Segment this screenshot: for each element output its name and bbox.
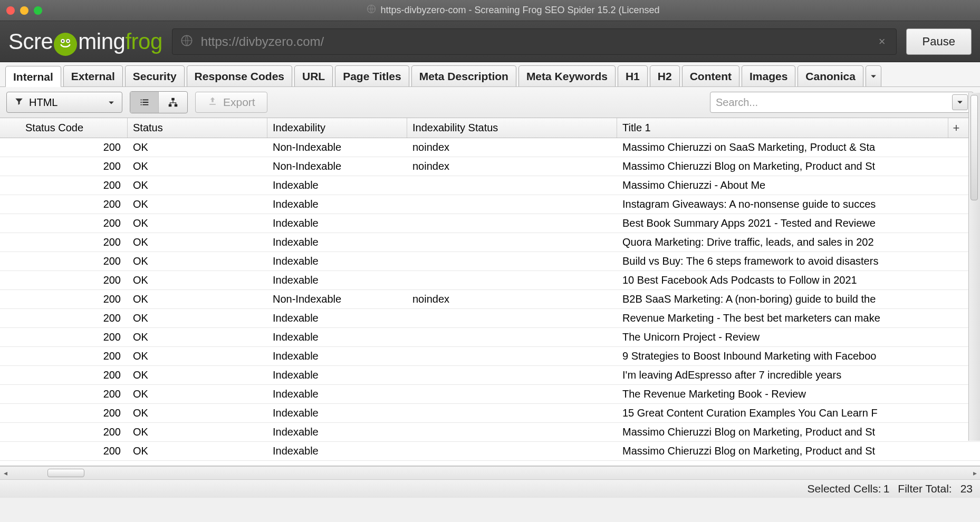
cell-status[interactable]: OK [128, 366, 267, 384]
cell-indexability-status[interactable] [407, 271, 617, 289]
close-window[interactable] [6, 6, 15, 15]
tab-external[interactable]: External [63, 65, 123, 86]
cell-title[interactable]: 9 Strategies to Boost Inbound Marketing … [617, 347, 948, 365]
table-row[interactable]: 200OKIndexableInstagram Giveaways: A no-… [0, 195, 980, 214]
table-row[interactable]: 200OKIndexableThe Unicorn Project - Revi… [0, 328, 980, 347]
cell-indexability-status[interactable] [407, 385, 617, 403]
cell-status[interactable]: OK [128, 347, 267, 365]
cell-indexability-status[interactable] [407, 328, 617, 346]
cell-status-code[interactable]: 200 [0, 309, 128, 327]
view-list-button[interactable] [130, 92, 159, 113]
tab-images[interactable]: Images [742, 65, 795, 86]
cell-title[interactable]: 15 Great Content Curation Examples You C… [617, 404, 948, 422]
tab-internal[interactable]: Internal [5, 66, 61, 87]
cell-status[interactable]: OK [128, 442, 267, 460]
table-row[interactable]: 200OKNon-IndexablenoindexB2B SaaS Market… [0, 290, 980, 309]
cell-status-code[interactable]: 200 [0, 423, 128, 441]
cell-status-code[interactable]: 200 [0, 328, 128, 346]
tab-security[interactable]: Security [125, 65, 185, 86]
cell-indexability-status[interactable] [407, 214, 617, 233]
cell-status-code[interactable]: 200 [0, 271, 128, 289]
cell-status[interactable]: OK [128, 385, 267, 403]
cell-indexability[interactable]: Indexable [267, 423, 407, 441]
cell-status[interactable]: OK [128, 404, 267, 422]
cell-title[interactable]: Massimo Chieruzzi Blog on Marketing, Pro… [617, 442, 948, 460]
cell-status-code[interactable]: 200 [0, 347, 128, 365]
cell-indexability-status[interactable]: noindex [407, 138, 617, 157]
hscroll-thumb[interactable] [47, 469, 84, 477]
cell-indexability-status[interactable] [407, 195, 617, 214]
cell-indexability-status[interactable]: noindex [407, 290, 617, 308]
cell-title[interactable]: Quora Marketing: Drive traffic, leads, a… [617, 233, 948, 252]
cell-status-code[interactable]: 200 [0, 157, 128, 176]
cell-indexability[interactable]: Indexable [267, 385, 407, 403]
table-row[interactable]: 200OKIndexableBest Book Summary Apps 202… [0, 214, 980, 233]
url-input[interactable] [201, 34, 868, 49]
search-wrap[interactable] [710, 92, 974, 113]
cell-indexability[interactable]: Indexable [267, 233, 407, 252]
cell-status[interactable]: OK [128, 290, 267, 308]
cell-title[interactable]: Best Book Summary Apps 2021 - Tested and… [617, 214, 948, 233]
table-row[interactable]: 200OKIndexableRevenue Marketing - The be… [0, 309, 980, 328]
col-status-code[interactable]: Status Code [0, 118, 128, 138]
cell-indexability-status[interactable] [407, 309, 617, 327]
tab-canonica[interactable]: Canonica [798, 65, 863, 86]
cell-status-code[interactable]: 200 [0, 195, 128, 214]
cell-status-code[interactable]: 200 [0, 404, 128, 422]
search-input[interactable] [716, 96, 952, 109]
table-row[interactable]: 200OKIndexableI'm leaving AdEspresso aft… [0, 366, 980, 385]
cell-indexability-status[interactable] [407, 442, 617, 460]
cell-status-code[interactable]: 200 [0, 233, 128, 252]
tab-page-titles[interactable]: Page Titles [335, 65, 409, 86]
cell-indexability-status[interactable] [407, 423, 617, 441]
table-row[interactable]: 200OKIndexableMassimo Chieruzzi Blog on … [0, 423, 980, 442]
table-row[interactable]: 200OKNon-IndexablenoindexMassimo Chieruz… [0, 138, 980, 157]
table-row[interactable]: 200OKIndexableMassimo Chieruzzi - About … [0, 176, 980, 195]
cell-indexability[interactable]: Indexable [267, 404, 407, 422]
cell-title[interactable]: Massimo Chieruzzi - About Me [617, 176, 948, 195]
vscroll-thumb[interactable] [971, 95, 978, 200]
cell-status-code[interactable]: 200 [0, 176, 128, 195]
filter-dropdown[interactable]: HTML [6, 92, 122, 113]
cell-indexability-status[interactable] [407, 252, 617, 270]
cell-indexability[interactable]: Non-Indexable [267, 138, 407, 157]
tab-h2[interactable]: H2 [650, 65, 680, 86]
tab-content[interactable]: Content [682, 65, 739, 86]
cell-status[interactable]: OK [128, 271, 267, 289]
cell-status[interactable]: OK [128, 233, 267, 252]
cell-indexability[interactable]: Indexable [267, 366, 407, 384]
vertical-scrollbar[interactable] [968, 93, 980, 441]
cell-title[interactable]: The Revenue Marketing Book - Review [617, 385, 948, 403]
cell-title[interactable]: I'm leaving AdEspresso after 7 incredibl… [617, 366, 948, 384]
cell-indexability[interactable]: Indexable [267, 214, 407, 233]
cell-indexability[interactable]: Indexable [267, 442, 407, 460]
cell-status-code[interactable]: 200 [0, 366, 128, 384]
cell-status-code[interactable]: 200 [0, 252, 128, 270]
table-row[interactable]: 200OKIndexable10 Best Facebook Ads Podca… [0, 271, 980, 290]
cell-title[interactable]: Instagram Giveaways: A no-nonsense guide… [617, 195, 948, 214]
tab-response-codes[interactable]: Response Codes [187, 65, 292, 86]
view-tree-button[interactable] [159, 92, 187, 113]
cell-title[interactable]: The Unicorn Project - Review [617, 328, 948, 346]
cell-title[interactable]: Revenue Marketing - The best bet markete… [617, 309, 948, 327]
cell-indexability[interactable]: Indexable [267, 195, 407, 214]
cell-indexability-status[interactable] [407, 347, 617, 365]
cell-status-code[interactable]: 200 [0, 138, 128, 157]
tab-meta-keywords[interactable]: Meta Keywords [518, 65, 616, 86]
cell-status[interactable]: OK [128, 328, 267, 346]
add-column-button[interactable]: + [948, 118, 964, 138]
cell-indexability[interactable]: Indexable [267, 347, 407, 365]
cell-title[interactable]: Build vs Buy: The 6 steps framework to a… [617, 252, 948, 270]
cell-indexability[interactable]: Non-Indexable [267, 290, 407, 308]
cell-status-code[interactable]: 200 [0, 385, 128, 403]
col-title-1[interactable]: Title 1 [617, 118, 948, 138]
cell-indexability-status[interactable] [407, 366, 617, 384]
cell-title[interactable]: B2B SaaS Marketing: A (non-boring) guide… [617, 290, 948, 308]
url-field-wrap[interactable]: × [172, 28, 897, 55]
cell-title[interactable]: Massimo Chieruzzi Blog on Marketing, Pro… [617, 157, 948, 176]
zoom-window[interactable] [34, 6, 42, 15]
cell-title[interactable]: Massimo Chieruzzi on SaaS Marketing, Pro… [617, 138, 948, 157]
horizontal-scrollbar[interactable]: ◂ ▸ [0, 466, 980, 480]
cell-status[interactable]: OK [128, 214, 267, 233]
table-row[interactable]: 200OKIndexableQuora Marketing: Drive tra… [0, 233, 980, 252]
